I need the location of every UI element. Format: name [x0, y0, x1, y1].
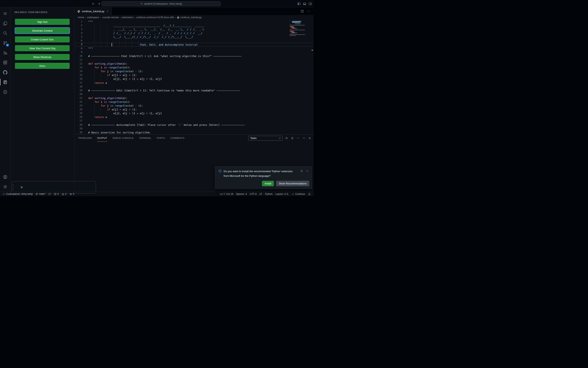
status-item-check[interactable]: Continue	[290, 192, 306, 196]
code-line-25[interactable]: 25 x[j], x[j + 1] = x[j + 1], x[j]	[74, 111, 314, 115]
toggle-sidebar-icon[interactable]	[297, 2, 301, 6]
code-line-14[interactable]: 14 for j in range(len(x) - 1):	[74, 69, 314, 73]
show-recommendations-button[interactable]: Show Recommendations	[276, 181, 309, 186]
overlay-close-icon[interactable]	[20, 186, 23, 189]
more-actions-icon[interactable]	[307, 9, 310, 13]
forward-button[interactable]	[97, 2, 101, 6]
code-line-18[interactable]: 18	[74, 85, 314, 89]
code-line-19[interactable]: 19# ——————————————— Edit [Cmd/Ctrl + I]:…	[74, 89, 314, 92]
maximize-panel-icon[interactable]	[302, 136, 306, 140]
code-line-9[interactable]: 9	[74, 50, 314, 54]
panel-tab-ports[interactable]: PORTS	[157, 135, 165, 142]
activity-bar-item-settings[interactable]	[0, 182, 10, 192]
code-line-23[interactable]: 23 for j in range(len(x) - 1):	[74, 104, 314, 108]
minimap-line	[290, 31, 294, 31]
notification-close-icon[interactable]	[305, 169, 309, 173]
sign-out-button[interactable]: Sign Out	[15, 19, 70, 25]
tab-close-icon[interactable]	[106, 9, 110, 13]
line-number: 19	[74, 89, 83, 92]
line-content: / /__ / /_/ / / / / /_ _ / _ / _ / / / /…	[88, 31, 314, 35]
status-item-ln-7-col-16[interactable]: Ln 7, Col 16	[219, 192, 235, 196]
code-line-22[interactable]: 22 for i in range(len(x)):	[74, 100, 314, 104]
panel-tab-debug-console[interactable]: DEBUG CONSOLE	[113, 135, 134, 142]
breadcrumb-item[interactable]: codespace	[87, 16, 99, 19]
toggle-panel-icon[interactable]	[303, 2, 306, 6]
status-item-python[interactable]: Python	[264, 192, 274, 196]
minimap[interactable]	[288, 20, 311, 134]
code-line-20[interactable]: 20	[74, 92, 314, 96]
code-line-4[interactable]: 4 / /__ / /_/ / / / / /_ _ / _ / _ / / /…	[74, 31, 314, 35]
activity-bar-item-extensions[interactable]	[0, 58, 10, 67]
panel-tab-problems[interactable]: PROBLEMS	[78, 135, 92, 142]
code-line-2[interactable]: 2 ______________________________ /___(_)…	[74, 24, 314, 28]
code-editor[interactable]: 1"""2 ______________________________ /__…	[74, 20, 314, 134]
indent-guide	[101, 77, 101, 81]
breadcrumb-file[interactable]: continue_tutorial.py	[177, 16, 202, 19]
output-channel-select[interactable]: Tasks	[248, 136, 283, 141]
activity-bar-item-explorer[interactable]	[0, 18, 10, 28]
create-custom-doc-button[interactable]: Create Custom Doc	[15, 37, 70, 42]
panel-more-icon[interactable]	[296, 136, 300, 140]
tab-continue-tutorial[interactable]: continue_tutorial.py	[74, 7, 112, 15]
code-line-26[interactable]: 26 return x	[74, 115, 314, 119]
activity-bar-item-continue[interactable]	[0, 87, 10, 97]
generate-context-button[interactable]: Generate Context	[15, 28, 70, 34]
back-button[interactable]	[92, 2, 95, 6]
code-line-30[interactable]: 30# Basic assertion for sorting algorith…	[74, 131, 314, 134]
close-panel-icon[interactable]	[308, 136, 312, 140]
code-line-1[interactable]: 1"""	[74, 20, 314, 24]
notifications-bell-icon[interactable]	[306, 192, 312, 196]
breadcrumb-item[interactable]: home	[78, 16, 84, 19]
activity-bar-item-github[interactable]	[0, 67, 10, 77]
breadcrumb-item[interactable]: .vscode-remote	[102, 16, 119, 19]
show-shortcuts-button[interactable]: Show Shortcuts	[15, 54, 70, 60]
code-line-5[interactable]: 5 \___/ \____//_/ /_/\__/ /_/ /_/ /_/\__…	[74, 35, 314, 39]
code-line-8[interactable]: 8"""	[74, 46, 314, 50]
code-line-12[interactable]: 12def sorting_algorithm(x):	[74, 62, 314, 66]
breadcrumb-item[interactable]: continue.continue-0.8.55-linux-x64	[136, 16, 174, 19]
code-line-21[interactable]: 21def sorting_algorithm(x):	[74, 96, 314, 100]
output-settings-icon[interactable]	[285, 136, 288, 140]
code-line-28[interactable]: 28# ——————————————— Autocomplete [Tab]: …	[74, 123, 314, 127]
code-line-17[interactable]: 17 return x	[74, 81, 314, 85]
status-item-layout-u-s-[interactable]: Layout: U.S.	[274, 192, 290, 196]
notification-settings-icon[interactable]	[300, 169, 303, 173]
activity-bar-item-account[interactable]	[0, 172, 10, 182]
code-line-3[interactable]: 3 _ ___/_ __ \_ __ \_ __/_ /__ /__ __ \_…	[74, 28, 314, 31]
line-number: 15	[74, 73, 83, 77]
account-icon	[3, 175, 7, 179]
split-editor-icon[interactable]	[300, 9, 304, 13]
code-line-24[interactable]: 24 if x[j] > x[j + 1]:	[74, 108, 314, 111]
status-item-spaces-4[interactable]: Spaces: 4	[235, 192, 248, 196]
status-item-lf[interactable]: LF	[258, 192, 264, 196]
code-line-15[interactable]: 15 if x[j] > x[j + 1]:	[74, 73, 314, 77]
panel-tab-comments[interactable]: COMMENTS	[170, 135, 184, 142]
activity-bar-item-source-control[interactable]: 4	[0, 38, 10, 48]
status-item-utf-8[interactable]: UTF-8	[248, 192, 258, 196]
code-line-27[interactable]: 27	[74, 119, 314, 123]
lock-scrolling-icon[interactable]	[290, 136, 294, 140]
command-center-search[interactable]: spriteAI [Codespaces: shiny lamp]	[101, 1, 220, 6]
minimap-line	[290, 29, 291, 29]
code-line-16[interactable]: 16 x[j], x[j + 1] = x[j + 1], x[j]	[74, 77, 314, 81]
activity-bar-item-search[interactable]	[0, 28, 10, 38]
code-line-11[interactable]: 11	[74, 58, 314, 62]
breadcrumb-item[interactable]: extensions	[122, 16, 133, 19]
code-line-6[interactable]: 6	[74, 39, 314, 43]
docs-button[interactable]: Docs	[15, 63, 70, 69]
code-line-13[interactable]: 13 for i in range(len(x)):	[74, 66, 314, 69]
minimap-line	[290, 24, 290, 24]
panel-tab-output[interactable]: OUTPUT	[97, 135, 107, 142]
panel-tab-terminal[interactable]: TERMINAL	[139, 135, 151, 142]
code-line-10[interactable]: 10# —————————————————— Chat [Cmd/Ctrl + …	[74, 54, 314, 58]
install-button[interactable]: Install	[262, 181, 274, 186]
code-line-7[interactable]: 7 Chat, Edit, and Autocomplete tutorial	[74, 43, 314, 46]
toggle-secondary-sidebar-icon[interactable]	[308, 2, 312, 6]
activity-bar-item-menu[interactable]	[0, 9, 10, 18]
activity-bar-item-dev-docs[interactable]	[0, 77, 10, 87]
status-right: Ln 7, Col 16Spaces: 4UTF-8LFPythonLayout…	[219, 192, 306, 196]
code-line-29[interactable]: 29	[74, 127, 314, 131]
indent-guide	[101, 73, 101, 77]
view-your-current-org-button[interactable]: View Your Current Org	[15, 45, 70, 51]
activity-bar-item-run-debug[interactable]	[0, 48, 10, 58]
